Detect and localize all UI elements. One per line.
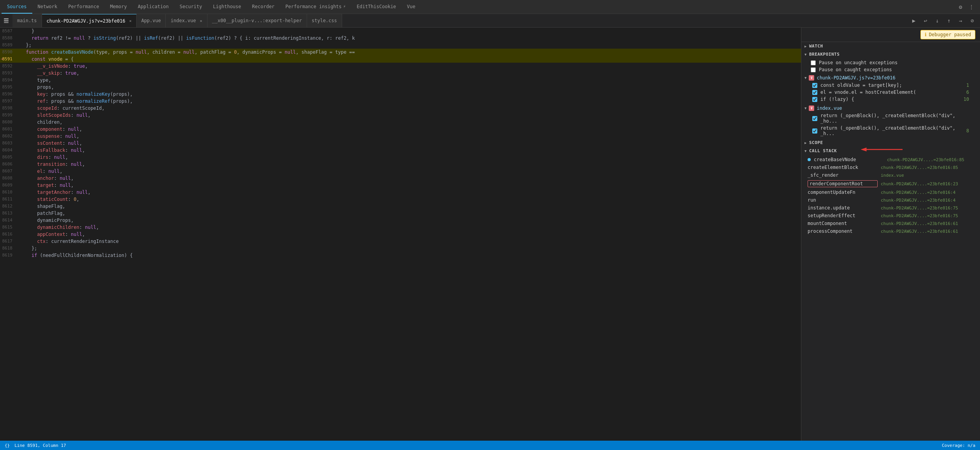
cs-item-2[interactable]: _sfc_render index.vue — [801, 171, 980, 179]
cs-file-3: chunk-PD2AWGJV....=23bfe016:23 — [881, 181, 958, 186]
tab-performance-insights[interactable]: Performance insights ⚡ — [280, 0, 351, 14]
pause-caught-label: Pause on caught exceptions — [819, 67, 892, 72]
close-tab-chunk[interactable]: ✕ — [129, 19, 132, 23]
cs-file-6: chunk-PD2AWGJV....=23bfe016:75 — [881, 206, 958, 211]
watch-label: Watch — [809, 44, 823, 49]
settings-icon[interactable]: ⚙ — [957, 3, 964, 11]
tab-sources[interactable]: Sources — [2, 0, 32, 14]
callstack-section-header[interactable]: ▼ Call Stack — [801, 147, 980, 155]
cs-item-4[interactable]: componentUpdateFn chunk-PD2AWGJV....=23b… — [801, 188, 980, 196]
status-coverage: Coverage: n/a — [942, 443, 975, 448]
code-line-8608: 8608 anchor: null, — [0, 175, 801, 182]
bp-file-header-chunk[interactable]: ▼ V chunk-PD2AWGJV.js?v=23bfe016 — [801, 74, 980, 82]
code-line-8597: 8597 ref: props && normalizeRef(props), — [0, 98, 801, 105]
close-tab-index[interactable]: ✕ — [200, 19, 202, 23]
bp-group-index: ▼ V index.vue return (_openBlock(), _cre… — [801, 104, 980, 138]
bp-code-chunk-0: const oldValue = target[key]; — [820, 83, 902, 88]
file-tree-icon[interactable] — [0, 14, 12, 27]
cs-fn-1: createElementBlock — [808, 165, 878, 170]
code-line-8592: 8592 __v_isVNode: true, — [0, 63, 801, 70]
callstack-content: createBaseVNode chunk-PD2AWGJV....=23bfe… — [801, 155, 980, 236]
cs-file-2: index.vue — [881, 173, 904, 178]
tab-network[interactable]: Network — [32, 0, 63, 14]
tab-editthiscookie[interactable]: EditThisCookie — [351, 0, 401, 14]
cs-file-7: chunk-PD2AWGJV....=23bfe016:75 — [881, 213, 958, 218]
step-over-icon[interactable]: ↩ — [921, 16, 930, 25]
breakpoints-section-header[interactable]: ▼ Breakpoints — [801, 50, 980, 58]
cs-item-5[interactable]: run chunk-PD2AWGJV....=23bfe016:4 — [801, 196, 980, 204]
bp-checkbox-index-0[interactable] — [812, 116, 817, 121]
scope-section-header[interactable]: ▶ Scope — [801, 139, 980, 147]
file-tab-index-vue[interactable]: index.vue ✕ — [166, 14, 207, 27]
watch-chevron: ▶ — [804, 44, 807, 48]
bp-item-index-1[interactable]: return (_openBlock(), _createElementBloc… — [801, 125, 980, 137]
code-line-8613: 8613 patchFlag, — [0, 210, 801, 217]
bp-checkbox-index-1[interactable] — [812, 128, 817, 134]
cs-item-8[interactable]: mountComponent chunk-PD2AWGJV....=23bfe0… — [801, 220, 980, 227]
tab-vue[interactable]: Vue — [402, 0, 421, 14]
file-tab-main-ts[interactable]: main.ts — [12, 14, 42, 27]
cs-fn-0: createBaseVNode — [814, 157, 884, 162]
cs-item-1[interactable]: createElementBlock chunk-PD2AWGJV....=23… — [801, 163, 980, 171]
tab-recorder[interactable]: Recorder — [247, 0, 280, 14]
bp-filename-chunk: chunk-PD2AWGJV.js?v=23bfe016 — [817, 75, 895, 81]
pause-caught-checkbox[interactable] — [811, 67, 816, 72]
file-tab-app-vue[interactable]: App.vue — [137, 14, 166, 27]
step-out-icon[interactable]: ↑ — [944, 16, 954, 25]
code-line-8603: 8603 ssContent: null, — [0, 140, 801, 147]
file-tab-export-helper[interactable]: __x00__plugin-v...:export-helper — [207, 14, 307, 27]
more-icon[interactable]: ⋮ — [968, 3, 975, 11]
pause-uncaught-item[interactable]: Pause on uncaught exceptions — [801, 59, 980, 66]
bp-code-index-0: return (_openBlock(), _createElementBloc… — [820, 113, 969, 124]
bp-item-chunk-1[interactable]: el = vnode.el = hostCreateElement( 6 — [801, 89, 980, 96]
bp-num-chunk-2: 10 — [961, 97, 969, 102]
cs-item-9[interactable]: processComponent chunk-PD2AWGJV....=23bf… — [801, 227, 980, 235]
code-line-8612: 8612 shapeFlag, — [0, 203, 801, 210]
cs-fn-4: componentUpdateFn — [808, 190, 878, 195]
bp-checkbox-chunk-2[interactable] — [812, 97, 817, 102]
file-tab-actions: ▶ ↩ ↓ ↑ → ⊘ — [906, 16, 980, 25]
file-tab-chunk[interactable]: chunk-PD2AWGJV.js?v=23bfe016 ✕ — [42, 14, 137, 27]
cs-item-0[interactable]: createBaseVNode chunk-PD2AWGJV....=23bfe… — [801, 156, 980, 163]
code-line-8605: 8605 dirs: null, — [0, 154, 801, 161]
code-line-8609: 8609 target: null, — [0, 182, 801, 189]
step-into-icon[interactable]: ↓ — [933, 16, 942, 25]
pause-caught-item[interactable]: Pause on caught exceptions — [801, 66, 980, 73]
bp-file-header-index[interactable]: ▼ V index.vue — [801, 104, 980, 112]
bp-item-chunk-0[interactable]: const oldValue = target[key]; 1 — [801, 82, 980, 89]
watch-section-header[interactable]: ▶ Watch — [801, 42, 980, 50]
code-line-8601: 8601 component: null, — [0, 126, 801, 133]
tab-application[interactable]: Application — [132, 0, 174, 14]
deactivate-bp-icon[interactable]: ⊘ — [968, 16, 977, 25]
code-editor[interactable]: 8587 } 8588 return ref2 != null ? isStri… — [0, 28, 801, 441]
file-tabs-bar: main.ts chunk-PD2AWGJV.js?v=23bfe016 ✕ A… — [0, 14, 980, 28]
bp-code-chunk-2: if (!lazy) { — [820, 97, 854, 102]
bp-checkbox-chunk-1[interactable] — [812, 90, 817, 95]
resume-icon[interactable]: ▶ — [909, 16, 919, 25]
code-line-8611: 8611 staticCount: 0, — [0, 196, 801, 203]
bp-filename-index: index.vue — [817, 105, 842, 111]
file-tab-style-css[interactable]: style.css — [307, 14, 342, 27]
cs-item-6[interactable]: instance.update chunk-PD2AWGJV....=23bfe… — [801, 204, 980, 212]
debugger-banner: ℹ Debugger paused — [801, 28, 980, 42]
status-bar: {} Line 8591, Column 17 Coverage: n/a — [0, 441, 980, 450]
bp-item-index-0[interactable]: return (_openBlock(), _createElementBloc… — [801, 112, 980, 125]
bp-code-chunk-1: el = vnode.el = hostCreateElement( — [820, 90, 916, 95]
pause-uncaught-checkbox[interactable] — [811, 60, 816, 65]
tab-performance[interactable]: Performance — [63, 0, 104, 14]
cs-fn-3: renderComponentRoot — [808, 180, 878, 187]
tab-memory[interactable]: Memory — [105, 0, 132, 14]
code-line-8593: 8593 __v_skip: true, — [0, 70, 801, 77]
step-icon[interactable]: → — [956, 16, 965, 25]
tab-lighthouse[interactable]: Lighthouse — [207, 0, 246, 14]
cs-item-7[interactable]: setupRenderEffect chunk-PD2AWGJV....=23b… — [801, 212, 980, 220]
tab-security[interactable]: Security — [174, 0, 207, 14]
bp-checkbox-chunk-0[interactable] — [812, 83, 817, 88]
cs-file-4: chunk-PD2AWGJV....=23bfe016:4 — [881, 190, 955, 195]
code-line-8617: 8617 ctx: currentRenderingInstance — [0, 238, 801, 245]
callstack-chevron: ▼ — [804, 149, 807, 153]
panel-scroll[interactable]: ▶ Watch ▼ Breakpoints Pause on uncaught … — [801, 42, 980, 441]
cs-item-3[interactable]: renderComponentRoot chunk-PD2AWGJV....=2… — [801, 179, 980, 188]
bp-item-chunk-2[interactable]: if (!lazy) { 10 — [801, 96, 980, 103]
code-line-8602: 8602 suspense: null, — [0, 133, 801, 140]
